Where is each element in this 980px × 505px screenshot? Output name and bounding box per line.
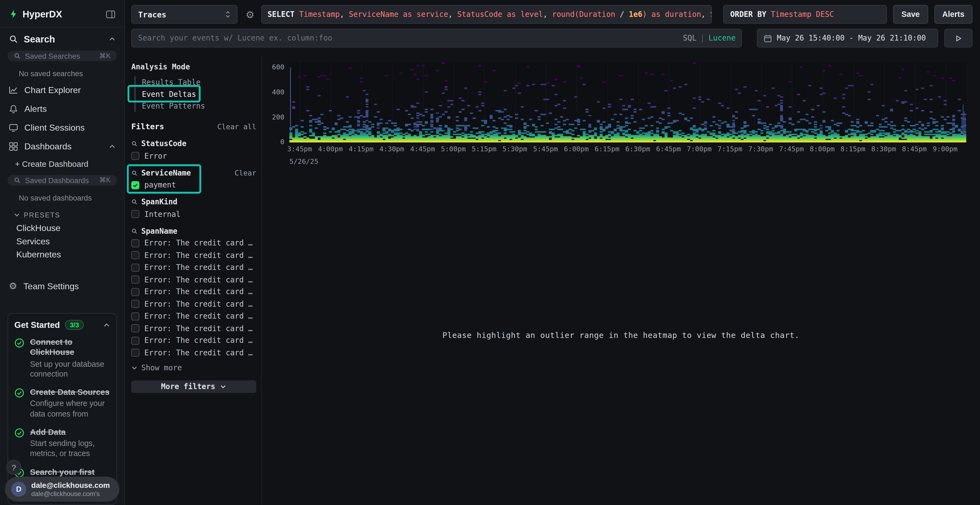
checkbox-unchecked[interactable] <box>131 300 139 308</box>
filter-option-spanname[interactable]: Error: The credit card … <box>131 239 256 247</box>
get-started-card: Get Started 3/3 Connect to ClickHouse Se… <box>8 313 117 505</box>
search-icon <box>131 141 137 147</box>
source-select[interactable]: Traces <box>131 5 237 24</box>
filter-option-internal[interactable]: Internal <box>131 210 256 218</box>
get-started-header[interactable]: Get Started 3/3 <box>14 320 110 330</box>
select-chevrons-icon <box>225 10 231 19</box>
saved-searches-placeholder: Saved Searches <box>25 51 95 60</box>
checkbox-unchecked[interactable] <box>131 239 139 247</box>
checkbox-unchecked[interactable] <box>131 276 139 284</box>
get-started-title: Get Started <box>14 320 60 329</box>
filter-option-spanname[interactable]: Error: The credit card … <box>131 251 256 260</box>
spanname-options: Error: The credit card … Error: The cred… <box>131 239 256 357</box>
check-circle-icon <box>14 388 24 398</box>
checkbox-checked[interactable] <box>131 181 139 189</box>
saved-searches-input[interactable]: Saved Searches ⌘K <box>8 51 117 61</box>
alerts-button[interactable]: Alerts <box>934 5 972 24</box>
get-started-step-title: Connect to ClickHouse <box>30 337 110 358</box>
checkbox-unchecked[interactable] <box>131 349 139 357</box>
x-axis-tick: 7:45pm <box>779 145 804 153</box>
sidebar-item-alerts[interactable]: Alerts <box>0 99 124 118</box>
clear-servicename-button[interactable]: Clear <box>235 168 256 177</box>
logo-text: HyperDX <box>22 9 62 19</box>
saved-dashboards-input[interactable]: Saved Dashboards ⌘K <box>8 175 117 186</box>
user-menu[interactable]: D dale@clickhouse.com dale@clickhouse.co… <box>5 477 119 502</box>
language-sql-option[interactable]: SQL <box>683 34 697 43</box>
sidebar-item-chart-explorer[interactable]: Chart Explorer <box>0 81 124 99</box>
get-started-step[interactable]: Connect to ClickHouse Set up your databa… <box>14 337 110 379</box>
checkbox-unchecked[interactable] <box>131 287 139 296</box>
x-axis-tick: 4:30pm <box>379 145 404 153</box>
get-started-step-title: Add Data <box>30 427 110 437</box>
x-axis-tick: 4:45pm <box>410 145 435 153</box>
checkbox-unchecked[interactable] <box>131 264 139 272</box>
filter-option-spanname[interactable]: Error: The credit card … <box>131 300 256 308</box>
filter-option-spanname[interactable]: Error: The credit card … <box>131 287 256 296</box>
presets-toggle[interactable]: PRESETS <box>0 205 124 221</box>
search-input[interactable] <box>131 29 742 48</box>
get-started-step[interactable]: Create Data Sources Configure where your… <box>14 387 110 419</box>
monitor-icon <box>9 123 18 132</box>
search-input-wrap: SQL | Lucene <box>131 29 742 48</box>
checkbox-unchecked[interactable] <box>131 251 139 259</box>
x-axis-tick: 6:00pm <box>564 145 589 153</box>
analysis-mode-results-table[interactable]: Results Table <box>135 76 256 88</box>
create-dashboard-button[interactable]: + Create Dashboard <box>0 156 124 173</box>
facet-name[interactable]: SpanKind <box>141 197 178 206</box>
get-started-badge: 3/3 <box>65 320 84 330</box>
checkbox-unchecked[interactable] <box>131 210 139 218</box>
y-axis-tick: 600 <box>263 63 285 71</box>
source-settings-button[interactable]: ⚙ <box>243 8 258 21</box>
facet-name[interactable]: ServiceName <box>141 168 191 177</box>
sidebar-item-dashboards[interactable]: Dashboards <box>0 137 124 156</box>
time-range-picker[interactable]: May 26 15:40:00 - May 26 21:10:00 <box>757 29 938 48</box>
filter-option-spanname[interactable]: Error: The credit card … <box>131 275 256 284</box>
order-by-editor[interactable]: ORDER BY Timestamp DESC <box>723 5 887 24</box>
sidebar-item-search[interactable]: Search <box>0 27 124 48</box>
chart-explorer-icon <box>9 85 18 94</box>
order-by-value: Timestamp DESC <box>771 10 834 19</box>
language-divider: | <box>700 34 705 43</box>
sidebar-item-team-settings[interactable]: ⚙ Team Settings <box>0 276 124 297</box>
analysis-mode-event-patterns[interactable]: Event Patterns <box>135 100 256 112</box>
preset-link-clickhouse[interactable]: ClickHouse <box>0 221 124 234</box>
filter-option-spanname[interactable]: Error: The credit card … <box>131 324 256 332</box>
filter-option-error[interactable]: Error <box>131 152 256 160</box>
facet-name[interactable]: SpanName <box>141 226 178 235</box>
source-select-value: Traces <box>138 10 220 19</box>
facet-spanname: SpanName Error: The credit card … <box>131 226 256 372</box>
checkbox-unchecked[interactable] <box>131 152 139 160</box>
analysis-mode-event-deltas[interactable]: Event Deltas <box>135 88 256 100</box>
filter-option-payment[interactable]: payment <box>131 181 256 189</box>
preset-link-kubernetes[interactable]: Kubernetes <box>0 247 124 260</box>
search-icon <box>14 177 21 184</box>
sql-query-editor[interactable]: SELECT Timestamp, ServiceName as service… <box>261 5 712 24</box>
checkbox-unchecked[interactable] <box>131 324 139 332</box>
logo[interactable]: HyperDX <box>9 9 62 19</box>
filter-option-spanname[interactable]: Error: The credit card … <box>131 336 256 345</box>
app-root: HyperDX Search Saved Searches ⌘K No save… <box>0 0 980 505</box>
help-button[interactable]: ? <box>6 460 21 475</box>
facet-name[interactable]: StatusCode <box>141 139 186 148</box>
filters-panel: Analysis Mode Results Table Event Deltas… <box>125 55 261 505</box>
language-lucene-option[interactable]: Lucene <box>709 34 736 43</box>
save-button[interactable]: Save <box>893 5 928 24</box>
preset-link-services[interactable]: Services <box>0 234 124 247</box>
sidebar-item-label: Alerts <box>24 104 47 114</box>
heatmap-canvas[interactable] <box>290 63 966 143</box>
filter-option-spanname[interactable]: Error: The credit card … <box>131 263 256 272</box>
chevron-down-icon <box>14 212 20 218</box>
get-started-step[interactable]: Add Data Start sending logs, metrics, or… <box>14 427 110 459</box>
checkbox-unchecked[interactable] <box>131 312 139 320</box>
gear-icon: ⚙ <box>9 281 17 292</box>
clear-all-filters-button[interactable]: Clear all <box>217 122 256 131</box>
sidebar-collapse-button[interactable] <box>106 9 116 19</box>
more-filters-button[interactable]: More filters <box>131 380 256 392</box>
filter-option-spanname[interactable]: Error: The credit card … <box>131 348 256 357</box>
checkbox-unchecked[interactable] <box>131 336 139 345</box>
sidebar-item-client-sessions[interactable]: Client Sessions <box>0 118 124 137</box>
show-more-button[interactable]: Show more <box>131 363 256 372</box>
run-query-button[interactable] <box>944 29 972 48</box>
filter-option-spanname[interactable]: Error: The credit card … <box>131 312 256 321</box>
x-axis-tick: 7:15pm <box>718 145 742 153</box>
